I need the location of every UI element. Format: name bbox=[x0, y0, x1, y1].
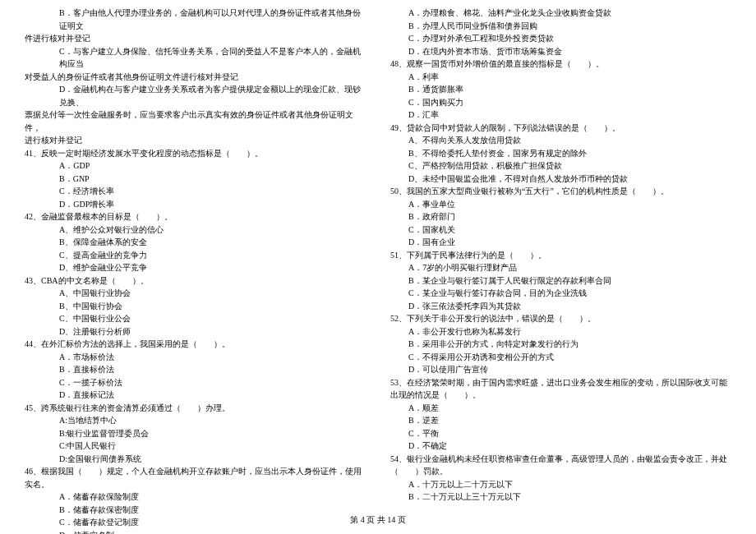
left-line-19: B、中国银行协会 bbox=[25, 300, 366, 313]
left-line-15: C、提高金融业的竞争力 bbox=[25, 249, 366, 262]
left-line-20: C、中国银行业公会 bbox=[25, 312, 366, 325]
right-line-26: B．采用非公开的方式，向特定对象发行的行为 bbox=[390, 338, 731, 351]
right-line-30: 出现的情况是（ ）。 bbox=[390, 389, 731, 402]
left-line-8: A．GDP bbox=[25, 159, 366, 173]
right-line-35: 54、银行业金融机构未经任职资格审查任命董事，高级管理人员的，由银监会责令改正，… bbox=[390, 453, 731, 466]
right-line-5: A．利率 bbox=[390, 71, 731, 84]
left-line-22: 44、在外汇标价方法的选择上，我国采用的是（ ）。 bbox=[25, 338, 366, 351]
right-line-36: （ ）罚款。 bbox=[390, 465, 731, 478]
left-line-18: A、中国银行业协会 bbox=[25, 287, 366, 300]
left-line-6: 进行核对并登记 bbox=[25, 134, 366, 147]
left-line-3: 对受益人的身份证件或者其他身份证明文件进行核对并登记 bbox=[25, 71, 366, 84]
left-line-1: 件进行核对并登记 bbox=[25, 32, 366, 45]
left-line-21: D、注册银行分析师 bbox=[25, 325, 366, 338]
right-line-13: D、未经中国银监会批准，不得对自然人发放外币币种的贷款 bbox=[390, 173, 731, 186]
right-line-20: A．7岁的小明买银行理财产品 bbox=[390, 261, 731, 274]
left-line-27: 45、跨系统银行往来的资金清算必须通过（ ）办理。 bbox=[25, 402, 366, 415]
right-line-10: A、不得向关系人发放信用贷款 bbox=[390, 134, 731, 147]
right-line-25: A．非公开发行也称为私募发行 bbox=[390, 325, 731, 338]
left-line-13: A、维护公众对银行业的信心 bbox=[25, 223, 366, 237]
left-line-10: C．经济增长率 bbox=[25, 185, 366, 198]
right-line-14: 50、我国的五家大型商业银行被称为“五大行”，它们的机构性质是（ ）。 bbox=[390, 185, 731, 198]
left-line-25: C．一揽子标价法 bbox=[25, 376, 366, 389]
right-line-19: 51、下列属于民事法律行为的是（ ）。 bbox=[390, 249, 731, 262]
left-line-23: A．市场标价法 bbox=[25, 351, 366, 364]
right-line-6: B．通货膨胀率 bbox=[390, 83, 731, 96]
right-line-34: D．不确定 bbox=[390, 440, 731, 453]
right-line-18: D．国有企业 bbox=[390, 236, 731, 249]
left-line-34: A．储蓄存款保险制度 bbox=[25, 490, 366, 504]
right-line-22: C．某企业与银行签订存款合同，目的为企业洗钱 bbox=[390, 287, 731, 300]
left-line-17: 43、CBA的中文名称是（ ）。 bbox=[25, 274, 366, 288]
right-line-37: A．十万元以上二十万元以下 bbox=[390, 478, 731, 491]
right-line-27: C．不得采用公开劝诱和变相公开的方式 bbox=[390, 351, 731, 364]
right-line-0: A．办理粮食、棉花、油料产业化龙头企业收购资金贷款 bbox=[390, 7, 731, 20]
left-line-26: D．直接标记法 bbox=[25, 389, 366, 402]
left-line-2: C．与客户建立人身保险、信托等业务关系，合同的受益人不是客户本人的，金融机构应当 bbox=[25, 45, 366, 71]
right-line-1: B．办理人民币同业拆借和债券回购 bbox=[390, 20, 731, 33]
left-line-24: B．直接标价法 bbox=[25, 363, 366, 376]
right-line-32: B．逆差 bbox=[390, 414, 731, 427]
left-line-14: B、保障金融体系的安全 bbox=[25, 236, 366, 249]
left-line-9: B．GNP bbox=[25, 173, 366, 186]
left-line-28: A:当地结算中心 bbox=[25, 414, 366, 427]
left-line-4: D．金融机构在与客户建立业务关系或者为客户提供规定金额以上的现金汇款、现钞兑换、 bbox=[25, 83, 366, 108]
right-line-12: C、严格控制信用贷款，积极推广担保贷款 bbox=[390, 159, 731, 173]
left-line-12: 42、金融监督最根本的目标是（ ）。 bbox=[25, 210, 366, 223]
left-line-0: B．客户由他人代理办理业务的，金融机构可以只对代理人的身份证件或者其他身份证明文 bbox=[25, 7, 366, 32]
right-line-17: C．国家机关 bbox=[390, 223, 731, 237]
left-line-33: 实名。 bbox=[25, 478, 366, 491]
right-line-28: D．可以使用广告宣传 bbox=[390, 363, 731, 376]
left-line-30: C:中国人民银行 bbox=[25, 440, 366, 453]
left-line-11: D．GDP增长率 bbox=[25, 198, 366, 211]
right-line-21: B．某企业与银行签订属于人民银行限定的存款利率合同 bbox=[390, 274, 731, 288]
right-line-29: 53、在经济繁荣时期，由于国内需求旺盛，进出口业务会发生相应的变动，所以国际收支… bbox=[390, 376, 731, 389]
right-line-38: B．二十万元以上三十万元以下 bbox=[390, 490, 731, 504]
left-line-32: 46、根据我国（ ）规定，个人在金融机构开立存款账户时，应当出示本人身份证件，使… bbox=[25, 465, 366, 478]
right-line-31: A．顺差 bbox=[390, 402, 731, 415]
right-line-8: D．汇率 bbox=[390, 108, 731, 122]
left-line-29: B:银行业监督管理委员会 bbox=[25, 427, 366, 440]
right-line-15: A．事业单位 bbox=[390, 198, 731, 211]
exam-page: B．客户由他人代理办理业务的，金融机构可以只对代理人的身份证件或者其他身份证明文… bbox=[0, 0, 756, 534]
right-line-16: B．政府部门 bbox=[390, 210, 731, 223]
right-line-9: 49、贷款合同中对贷款人的限制，下列说法错误的是（ ）。 bbox=[390, 122, 731, 135]
right-line-23: D．张三依法委托李四为其贷款 bbox=[390, 300, 731, 313]
left-column: B．客户由他人代理办理业务的，金融机构可以只对代理人的身份证件或者其他身份证明文… bbox=[25, 7, 366, 534]
right-column: A．办理粮食、棉花、油料产业化龙头企业收购资金贷款B．办理人民币同业拆借和债券回… bbox=[390, 7, 731, 534]
right-line-11: B、不得给委托人垫付资金，国家另有规定的除外 bbox=[390, 147, 731, 160]
right-line-33: C．平衡 bbox=[390, 427, 731, 440]
left-line-5: 票据兑付等一次性金融服务时，应当要求客户出示真实有效的身份证件或者其他身份证明文… bbox=[25, 108, 366, 134]
page-footer: 第 4 页 共 14 页 bbox=[0, 514, 756, 526]
left-line-7: 41、反映一定时期经济发展水平变化程度的动态指标是（ ）。 bbox=[25, 147, 366, 160]
right-line-7: C．国内购买力 bbox=[390, 96, 731, 109]
left-line-37: D．储蓄实名制 bbox=[25, 529, 366, 535]
right-line-3: D．在境内外资本市场、货币市场筹集资金 bbox=[390, 45, 731, 58]
left-line-16: D、维护金融业公平竞争 bbox=[25, 261, 366, 274]
right-line-4: 48、观察一国货币对外增价值的最直接的指标是（ ）。 bbox=[390, 58, 731, 71]
left-line-31: D:全国银行间债券系统 bbox=[25, 453, 366, 466]
right-line-24: 52、下列关于非公开发行的说法中，错误的是（ ）。 bbox=[390, 312, 731, 325]
right-line-2: C．办理对外承包工程和境外投资类贷款 bbox=[390, 32, 731, 45]
